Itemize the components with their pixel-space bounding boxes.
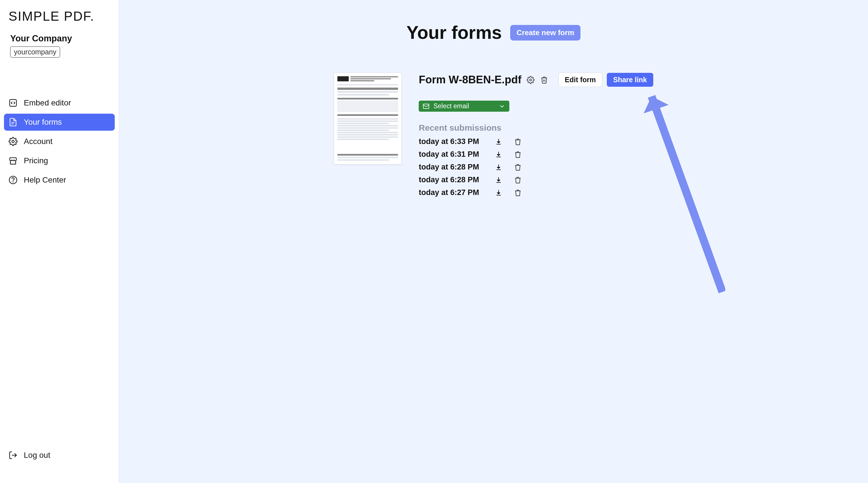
trash-icon [514, 189, 522, 197]
sidebar-item-label: Pricing [24, 156, 48, 165]
logo: SIMPLE PDF. [8, 8, 119, 24]
download-submission-button[interactable] [495, 151, 502, 158]
code-icon [8, 98, 18, 108]
download-submission-button[interactable] [495, 163, 502, 171]
edit-form-button[interactable]: Edit form [558, 72, 602, 87]
delete-submission-button[interactable] [514, 138, 522, 146]
sidebar-item-label: Embed editor [24, 98, 71, 108]
sidebar-item-account[interactable]: Account [4, 133, 115, 150]
sidebar-item-logout[interactable]: Log out [4, 447, 115, 464]
download-icon [495, 189, 502, 197]
delete-submission-button[interactable] [514, 176, 522, 184]
create-new-form-button[interactable]: Create new form [510, 25, 581, 40]
trash-icon [514, 138, 522, 145]
delete-submission-button[interactable] [514, 151, 522, 158]
form-delete-button[interactable] [540, 76, 549, 85]
download-submission-button[interactable] [495, 189, 502, 197]
download-icon [495, 176, 502, 184]
email-select-label: Select email [433, 102, 469, 110]
form-info: Form W-8BEN-E.pdf Edit form Share link S… [419, 72, 653, 197]
svg-rect-0 [10, 99, 17, 106]
trash-icon [514, 151, 522, 158]
gear-icon [527, 76, 534, 84]
svg-point-3 [12, 140, 14, 143]
submission-row: today at 6:28 PM [419, 176, 653, 184]
submission-time: today at 6:28 PM [419, 163, 488, 172]
sidebar-item-label: Account [24, 137, 53, 146]
sidebar-footer: Log out [0, 447, 119, 483]
form-settings-button[interactable] [526, 76, 535, 85]
submission-time: today at 6:33 PM [419, 137, 488, 146]
svg-point-7 [529, 79, 531, 81]
sidebar-item-pricing[interactable]: Pricing [4, 152, 115, 169]
download-icon [495, 151, 502, 158]
delete-submission-button[interactable] [514, 189, 522, 197]
company-block: Your Company yourcompany [10, 33, 119, 58]
sidebar: SIMPLE PDF. Your Company yourcompany Emb… [0, 0, 119, 483]
form-card-wrap: Form W-8BEN-E.pdf Edit form Share link S… [119, 72, 868, 197]
trash-icon [514, 176, 522, 184]
store-icon [8, 156, 18, 165]
sidebar-item-label: Help Center [24, 176, 66, 184]
submission-time: today at 6:28 PM [419, 176, 488, 184]
thumbnail-preview [337, 76, 398, 161]
sidebar-nav: Embed editor Your forms Account Pricing … [0, 94, 119, 188]
page-title: Your forms [406, 22, 502, 43]
recent-heading: Recent submissions [419, 123, 653, 133]
submission-time: today at 6:31 PM [419, 150, 488, 159]
share-link-button[interactable]: Share link [607, 73, 653, 87]
form-title-row: Form W-8BEN-E.pdf Edit form Share link [419, 72, 653, 87]
trash-icon [540, 76, 548, 84]
download-submission-button[interactable] [495, 176, 502, 184]
svg-point-5 [13, 182, 13, 182]
form-card: Form W-8BEN-E.pdf Edit form Share link S… [334, 72, 653, 197]
download-submission-button[interactable] [495, 138, 502, 146]
trash-icon [514, 163, 522, 171]
help-icon [8, 176, 18, 184]
sidebar-item-embed-editor[interactable]: Embed editor [4, 94, 115, 111]
mail-icon [423, 103, 430, 110]
submission-row: today at 6:31 PM [419, 150, 653, 159]
email-select-dropdown[interactable]: Select email [419, 101, 509, 112]
download-icon [495, 163, 502, 171]
submission-row: today at 6:27 PM [419, 188, 653, 197]
sidebar-item-label: Your forms [24, 118, 62, 127]
submission-row: today at 6:33 PM [419, 137, 653, 146]
submissions-list: today at 6:33 PM today at 6:31 PM today … [419, 137, 653, 197]
chevron-down-icon [499, 103, 505, 110]
form-title: Form W-8BEN-E.pdf [419, 74, 521, 86]
page-header: Your forms Create new form [119, 22, 868, 43]
company-slug[interactable]: yourcompany [10, 47, 60, 58]
download-icon [495, 138, 502, 145]
logout-icon [8, 451, 18, 460]
submission-row: today at 6:28 PM [419, 163, 653, 172]
file-icon [8, 118, 18, 127]
sidebar-item-label: Log out [24, 451, 50, 460]
main: Your forms Create new form [119, 0, 868, 483]
delete-submission-button[interactable] [514, 163, 522, 171]
company-name: Your Company [10, 33, 119, 44]
gear-icon [8, 137, 18, 146]
submission-time: today at 6:27 PM [419, 188, 488, 197]
sidebar-item-your-forms[interactable]: Your forms [4, 114, 115, 131]
sidebar-item-help-center[interactable]: Help Center [4, 172, 115, 188]
form-thumbnail[interactable] [334, 72, 402, 164]
